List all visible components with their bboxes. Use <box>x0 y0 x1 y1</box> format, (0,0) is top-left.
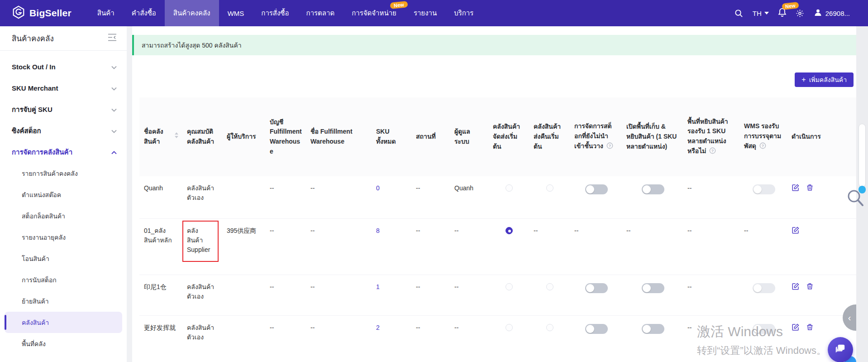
sidebar-item-label: SKU Merchant <box>12 84 58 92</box>
floating-magnifier-icon[interactable] <box>845 188 865 210</box>
delete-icon[interactable] <box>806 323 814 334</box>
radio-default_shipping[interactable] <box>506 227 513 234</box>
radio-default_return[interactable] <box>546 184 553 192</box>
edit-icon[interactable] <box>792 226 800 237</box>
sidebar-item[interactable]: คลังสินค้า <box>5 312 122 333</box>
cell-name: Quanh <box>139 176 182 218</box>
column-header: เปิดพื้นที่เก็บ & หยิบสินค้า (1 SKU หลาย… <box>622 97 683 176</box>
sidebar-item[interactable]: รายงานอายุคลัง <box>0 227 127 248</box>
cell-pick_area_multi: -- <box>683 316 739 362</box>
cell-default_return <box>529 316 570 362</box>
add-warehouse-button[interactable]: + เพิ่มคลังสินค้า <box>795 72 854 87</box>
toggle-storage_pick[interactable] <box>642 324 664 334</box>
plus-icon: + <box>801 76 806 83</box>
sku-count-link[interactable]: 2 <box>376 324 380 331</box>
sku-count-link[interactable]: 1 <box>376 283 380 290</box>
sidebar-item[interactable]: การจัดการคลังสินค้า <box>0 141 127 163</box>
sidebar-item[interactable]: การนับสต็อก <box>0 269 127 290</box>
sidebar-item-label: การนับสต็อก <box>22 275 57 285</box>
nav-item[interactable]: WMS <box>219 0 253 26</box>
sidebar-item[interactable]: รายการสินค้าคงคลัง <box>0 163 127 184</box>
sidebar-item[interactable]: ซิงค์สต็อก <box>0 120 127 141</box>
column-header-label: ชื่อคลังสินค้า <box>144 127 172 146</box>
edit-icon[interactable] <box>792 323 800 334</box>
toggle-unshelved_stock[interactable] <box>585 283 608 293</box>
chevron-down-icon <box>111 127 117 135</box>
cell-admin: -- <box>450 316 488 362</box>
column-header-label: การจัดการสต็อกที่ยังไม่นำเข้าชั้นวาง ? <box>574 121 618 152</box>
sidebar-item-label: Stock Out / In <box>12 63 56 71</box>
nav-item[interactable]: สินค้าคงคลัง <box>165 0 219 26</box>
notifications-bell[interactable]: New <box>778 8 787 19</box>
cell-provider <box>222 316 265 362</box>
toggle-unshelved_stock[interactable] <box>585 324 608 334</box>
nav-item-label: การตลาด <box>306 8 335 19</box>
sort-icon[interactable] <box>174 132 179 142</box>
sidebar-item[interactable]: การจับคู่ SKU <box>0 99 127 120</box>
sidebar-item[interactable]: โอนสินค้า <box>0 248 127 269</box>
nav-item[interactable]: บริการ <box>445 0 482 26</box>
toggle-wms_parcel[interactable] <box>753 283 775 293</box>
search-icon[interactable] <box>734 9 744 18</box>
cell-provider <box>222 275 265 315</box>
edit-icon[interactable] <box>792 183 800 194</box>
cell-wms_parcel <box>739 176 787 218</box>
sidebar-item[interactable]: สต็อกล็อตสินค้า <box>0 205 127 227</box>
gear-icon[interactable] <box>796 9 805 18</box>
nav-item[interactable]: การสั่งซื้อ <box>253 0 297 26</box>
cell-location: -- <box>411 275 450 315</box>
column-header-label: คุณสมบัติคลังสินค้า <box>187 127 219 146</box>
sidebar-collapse-icon[interactable] <box>108 34 117 43</box>
sidebar-item[interactable]: Stock Out / In <box>0 56 127 77</box>
sidebar-item-label: ตำแหน่งสต๊อค <box>22 190 61 200</box>
toggle-unshelved_stock[interactable] <box>585 184 608 194</box>
radio-default_shipping[interactable] <box>506 324 513 331</box>
sidebar-item[interactable]: ย้ายสินค้า <box>0 290 127 312</box>
nav-item[interactable]: รายงาน <box>405 0 445 26</box>
sidebar-item[interactable]: ตำแหน่งสต๊อค <box>0 184 127 205</box>
delete-icon[interactable] <box>806 183 814 194</box>
help-icon[interactable]: ? <box>709 147 716 157</box>
column-header-label: คลังสินค้าจัดส่งเริ่มต้น <box>493 122 525 151</box>
bigseller-logo[interactable]: BigSeller <box>0 5 83 21</box>
radio-default_return[interactable] <box>546 324 553 331</box>
table-body: Quanhคลังสินค้าตัวเอง----0--Quanh--01_คล… <box>139 176 856 362</box>
cell-provider <box>222 176 265 218</box>
toggle-storage_pick[interactable] <box>642 184 664 194</box>
toggle-storage_pick[interactable] <box>642 283 664 293</box>
chat-support-button[interactable] <box>828 337 853 362</box>
sidebar-item[interactable]: SKU Merchant <box>0 77 127 99</box>
language-switcher[interactable]: TH <box>753 10 769 17</box>
nav-item[interactable]: การจัดจำหน่ายNew <box>343 0 405 26</box>
nav-item-label: WMS <box>228 10 244 17</box>
radio-default_return[interactable] <box>546 283 553 290</box>
sku-count-link[interactable]: 8 <box>376 227 380 234</box>
nav-item[interactable]: สินค้า <box>89 0 123 26</box>
column-header-label: ดำเนินการ <box>792 132 821 142</box>
user-account[interactable]: 26908... <box>814 8 850 18</box>
top-navbar: BigSeller สินค้าคำสั่งซื้อสินค้าคงคลังWM… <box>0 0 868 26</box>
sku-count-link[interactable]: 0 <box>376 184 380 192</box>
nav-item[interactable]: คำสั่งซื้อ <box>123 0 165 26</box>
cell-default_shipping <box>488 219 529 275</box>
nav-item[interactable]: การตลาด <box>298 0 343 26</box>
edit-icon[interactable] <box>792 282 800 293</box>
cell-pick_area_multi: -- <box>683 275 739 315</box>
cell-default_return <box>529 275 570 315</box>
help-icon[interactable]: ? <box>606 142 613 152</box>
column-header: พื้นที่หยิบสินค้ารองรับ 1 SKU หลายตำแหน่… <box>683 97 739 176</box>
language-label: TH <box>753 10 762 17</box>
table-row: 01_คลังสินค้าหลักคลังสินค้า Supplier395供… <box>139 218 856 275</box>
column-header-label: บัญชี Fulfillment Warehouse <box>270 117 302 157</box>
cell-provider: 395供应商 <box>222 219 265 275</box>
page-scrollbar-thumb[interactable] <box>858 124 866 187</box>
help-icon[interactable]: ? <box>759 142 766 152</box>
radio-default_shipping[interactable] <box>506 283 513 290</box>
sidebar-menu: Stock Out / InSKU Merchantการจับคู่ SKUซ… <box>0 51 127 354</box>
radio-default_shipping[interactable] <box>506 184 513 192</box>
sidebar-item[interactable]: พื้นที่คลัง <box>0 333 127 354</box>
delete-icon[interactable] <box>806 282 814 293</box>
cell-admin: Quanh <box>450 176 488 218</box>
toggle-wms_parcel[interactable] <box>753 324 775 334</box>
toggle-wms_parcel[interactable] <box>753 184 775 194</box>
